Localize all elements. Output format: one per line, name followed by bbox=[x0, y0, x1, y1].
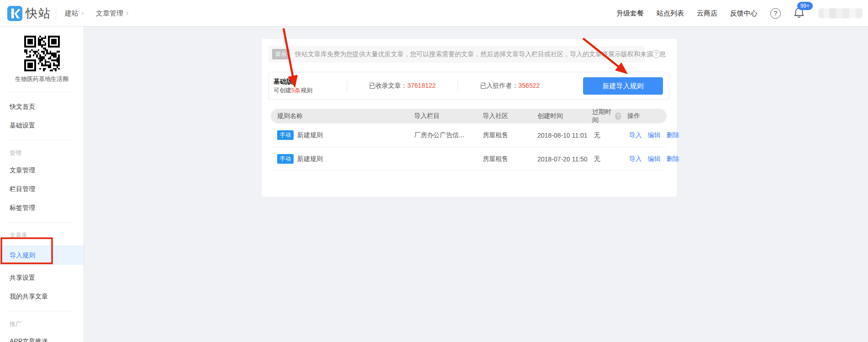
sidebar-divider bbox=[6, 311, 72, 311]
tip-help-icon[interactable]: ? bbox=[652, 50, 660, 58]
col-header-created-time: 创建时间 bbox=[531, 112, 586, 120]
sidebar-section-manage: 管理 bbox=[0, 149, 84, 157]
col-header-import-community: 导入社区 bbox=[476, 112, 531, 120]
site-name: 生物医药基地生活圈 bbox=[0, 75, 84, 83]
breadcrumb-site[interactable]: 建站› bbox=[65, 9, 84, 18]
manual-badge: 手动 bbox=[277, 154, 294, 164]
qr-code bbox=[24, 36, 60, 71]
sidebar-item-column-management[interactable]: 栏目管理 bbox=[0, 183, 84, 195]
quota-value: 5条 bbox=[291, 87, 300, 94]
col-header-actions: 操作 bbox=[621, 112, 667, 120]
cell-import-column: 厂房办公广告信... bbox=[408, 131, 476, 139]
cell-expire-time: 无 bbox=[588, 155, 623, 163]
nav-feedback-center[interactable]: 反馈中心 bbox=[730, 9, 758, 18]
cell-created-time: 2018-07-20 11:50 bbox=[531, 155, 588, 163]
new-import-rule-button[interactable]: 新建导入规则 bbox=[583, 77, 663, 95]
kuaizhan-logo-icon bbox=[7, 6, 22, 21]
cell-expire-time: 无 bbox=[588, 131, 623, 139]
col-header-rule-name: 规则名称 bbox=[271, 112, 408, 120]
delete-link[interactable]: 删除 bbox=[667, 155, 679, 163]
nav-cloud-store[interactable]: 云商店 bbox=[697, 9, 717, 18]
plan-info: 基础版 可创建5条规则 bbox=[274, 77, 342, 95]
app-logo-text: 快站 bbox=[26, 5, 51, 21]
cell-import-community: 房屋租售 bbox=[476, 155, 531, 163]
tip-text: 快站文章库免费为您提供大量优质文章，您可以搜索需要的文章，然后选择文章导入栏目或… bbox=[295, 50, 666, 59]
sidebar-section-article-library: 文章库 bbox=[0, 231, 84, 240]
sidebar-divider bbox=[6, 222, 72, 223]
top-header: 快站 建站› 文章管理› 升级套餐 站点列表 云商店 反馈中心 ? 99+ bbox=[0, 0, 868, 27]
sidebar-section-promotion: 推广 bbox=[0, 320, 84, 328]
sidebar-item-basic-settings[interactable]: 基础设置 bbox=[0, 120, 84, 131]
chevron-right-icon: › bbox=[126, 9, 129, 17]
sidebar-item-app-article-push[interactable]: APP文章推送 bbox=[0, 336, 84, 342]
tip-badge: 提示 bbox=[272, 49, 289, 59]
app-logo[interactable]: 快站 bbox=[7, 5, 51, 21]
plan-name: 基础版 bbox=[274, 77, 342, 86]
plan-summary-box: 基础版 可创建5条规则 已收录文章：37618122 已入驻作者：356522 … bbox=[268, 72, 669, 100]
chevron-right-icon: › bbox=[81, 9, 84, 17]
breadcrumb: 建站› 文章管理› bbox=[65, 0, 129, 27]
rules-table: 规则名称 导入栏目 导入社区 创建时间 过期时间? 操作 手动新建规则 厂房办公… bbox=[271, 109, 667, 171]
sidebar: 生物医药基地生活圈 快文首页 基础设置 管理 文章管理 栏目管理 标签管理 文章… bbox=[0, 27, 84, 342]
stat-divider bbox=[458, 80, 458, 92]
help-icon[interactable]: ? bbox=[770, 8, 781, 19]
rule-name: 新建规则 bbox=[297, 131, 323, 139]
edit-link[interactable]: 编辑 bbox=[648, 131, 661, 139]
expire-help-icon[interactable]: ? bbox=[615, 112, 621, 120]
sidebar-item-my-shared-articles[interactable]: 我的共享文章 bbox=[0, 291, 84, 302]
sidebar-divider bbox=[6, 140, 72, 140]
nav-site-list[interactable]: 站点列表 bbox=[657, 9, 684, 18]
sidebar-item-article-management[interactable]: 文章管理 bbox=[0, 165, 84, 176]
table-row: 手动新建规则 房屋租售 2018-07-20 11:50 无 导入 编辑 删除 bbox=[271, 147, 667, 171]
col-header-expire-time: 过期时间? bbox=[586, 108, 621, 124]
stat-divider bbox=[347, 80, 347, 92]
rule-name: 新建规则 bbox=[297, 155, 323, 163]
stat-indexed-articles: 已收录文章：37618122 bbox=[369, 82, 436, 90]
col-header-import-column: 导入栏目 bbox=[408, 112, 476, 120]
notification-count-badge: 99+ bbox=[797, 2, 813, 10]
sidebar-item-tag-management[interactable]: 标签管理 bbox=[0, 202, 84, 214]
header-divider bbox=[56, 7, 56, 20]
sidebar-item-import-rules[interactable]: 导入规则 bbox=[0, 246, 84, 265]
user-avatar-blurred[interactable] bbox=[818, 8, 863, 18]
edit-link[interactable]: 编辑 bbox=[648, 155, 661, 163]
cell-import-community: 房屋租售 bbox=[476, 131, 531, 139]
header-right-nav: 升级套餐 站点列表 云商店 反馈中心 ? 99+ bbox=[616, 0, 863, 27]
breadcrumb-article-management[interactable]: 文章管理› bbox=[96, 9, 129, 18]
import-link[interactable]: 导入 bbox=[629, 155, 642, 163]
cell-created-time: 2018-08-10 11:01 bbox=[531, 132, 588, 139]
delete-link[interactable]: 删除 bbox=[667, 131, 679, 139]
stat-registered-authors: 已入驻作者：356522 bbox=[480, 82, 540, 90]
sidebar-item-share-settings[interactable]: 共享设置 bbox=[0, 272, 84, 283]
notification-bell[interactable]: 99+ bbox=[794, 6, 805, 20]
import-rules-panel: 提示 快站文章库免费为您提供大量优质文章，您可以搜索需要的文章，然后选择文章导入… bbox=[262, 39, 677, 197]
nav-upgrade-plan[interactable]: 升级套餐 bbox=[616, 9, 644, 18]
plan-quota: 可创建5条规则 bbox=[274, 86, 342, 95]
sidebar-item-kuaiwen-home[interactable]: 快文首页 bbox=[0, 101, 84, 112]
table-header-row: 规则名称 导入栏目 导入社区 创建时间 过期时间? 操作 bbox=[271, 109, 667, 123]
tip-bar: 提示 快站文章库免费为您提供大量优质文章，您可以搜索需要的文章，然后选择文章导入… bbox=[268, 46, 645, 63]
sidebar-divider bbox=[6, 92, 72, 92]
import-link[interactable]: 导入 bbox=[629, 131, 642, 139]
table-row: 手动新建规则 厂房办公广告信... 房屋租售 2018-08-10 11:01 … bbox=[271, 123, 667, 147]
manual-badge: 手动 bbox=[277, 130, 294, 140]
